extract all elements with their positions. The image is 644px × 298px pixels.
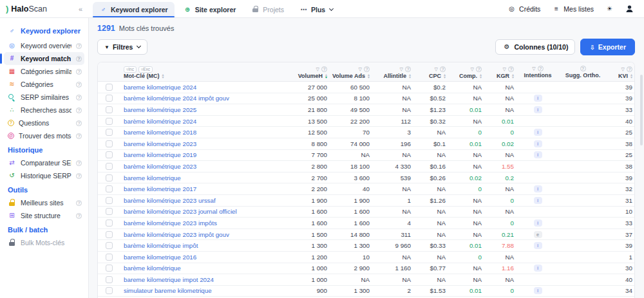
sidebar-item-keyword-match[interactable]: #Keyword match? (4, 52, 84, 65)
keyword-link[interactable]: barème kilométrique 2024 impôt gouv (124, 95, 229, 102)
sidebar-item-serp-similaires[interactable]: SERP similaires? (4, 91, 84, 104)
row-checkbox[interactable] (106, 95, 113, 102)
export-button[interactable]: ⇩ Exporter (580, 39, 635, 55)
row-checkbox[interactable] (106, 254, 113, 261)
keyword-link[interactable]: bareme kilometrique 2017 (124, 185, 196, 192)
column-help-icon[interactable]: ? (538, 66, 544, 71)
sort-icon[interactable]: ▴▾ (409, 73, 411, 79)
sidebar-item-trouver-des-mots-cl-s[interactable]: @Trouver des mots-clés? (4, 129, 84, 142)
intent-badge[interactable]: i (534, 242, 542, 249)
row-checkbox[interactable] (106, 129, 113, 136)
row-checkbox[interactable] (106, 231, 113, 238)
intent-badge[interactable]: i (534, 185, 542, 192)
keyword-link[interactable]: bareme kilometrique impot 2024 (124, 276, 214, 283)
sort-icon[interactable]: ▴▾ (444, 73, 446, 79)
credits-link[interactable]: ◎ Crédits (507, 5, 540, 13)
row-checkbox[interactable] (106, 174, 113, 182)
row-checkbox[interactable] (106, 276, 113, 283)
keyword-link[interactable]: barème kilométrique 2024 (124, 118, 196, 125)
column-header-intentions[interactable]: ▽?Intentions (518, 62, 558, 81)
info-icon[interactable]: ? (76, 200, 82, 206)
sidebar-item-cat-gories[interactable]: ≋Catégories? (4, 78, 84, 91)
column-help-icon[interactable]: ? (580, 66, 586, 71)
my-lists-link[interactable]: ≡ Mes listes (552, 5, 594, 13)
sidebar-item-meilleurs-sites[interactable]: Meilleurs sites? (4, 196, 84, 209)
info-icon[interactable]: ? (76, 107, 82, 113)
intent-badge[interactable]: i (534, 151, 542, 158)
intent-badge[interactable]: i (534, 106, 542, 113)
theme-toggle-button[interactable]: ☀ (605, 5, 614, 13)
row-checkbox[interactable] (106, 106, 113, 113)
intent-badge[interactable]: i (534, 265, 542, 272)
columns-button[interactable]: ⚙ Colonnes (10/10) (495, 39, 575, 55)
info-icon[interactable]: ? (76, 120, 82, 126)
column-header-allintitle[interactable]: ▽?Allintitle▴▾ (374, 62, 415, 81)
column-help-icon[interactable]: ? (364, 66, 370, 72)
row-checkbox[interactable] (106, 287, 113, 294)
scrollbar[interactable] (640, 75, 643, 145)
keyword-link[interactable]: barème kilométrique 2023 urssaf (124, 197, 216, 204)
info-icon[interactable]: ? (76, 160, 82, 166)
keyword-link[interactable]: barème kilométrique 2023 (124, 163, 196, 170)
row-checkbox[interactable] (106, 242, 113, 249)
column-header-volumeh[interactable]: ▽?VolumeH▴▾ (277, 62, 331, 81)
info-icon[interactable]: ? (76, 82, 82, 88)
intent-badge[interactable]: i (534, 140, 542, 147)
intent-badge[interactable]: e (534, 231, 542, 238)
column-filter-icon[interactable]: ▽ (435, 67, 438, 71)
keyword-link[interactable]: barème kilométrique 2023 journal officie… (124, 208, 237, 215)
column-help-icon[interactable]: ? (476, 66, 482, 72)
row-checkbox[interactable] (106, 118, 113, 125)
row-checkbox[interactable] (106, 219, 113, 227)
sidebar-item-recherches-associ-es[interactable]: ∴Recherches associées? (4, 104, 84, 116)
row-checkbox[interactable] (106, 151, 113, 158)
sidebar-item-keyword-overview[interactable]: ◎Keyword overview? (4, 39, 84, 52)
column-filter-icon[interactable]: ▽ (621, 67, 625, 71)
row-checkbox[interactable] (106, 265, 113, 272)
tab-keyword-explorer[interactable]: ♂Keyword explorer (93, 2, 175, 17)
keyword-link[interactable]: simulateur bareme kilometrique (124, 287, 212, 294)
column-filter-icon[interactable]: ▽ (532, 66, 535, 71)
info-icon[interactable]: ? (76, 56, 82, 62)
column-header-kvi[interactable]: ▽?KVI▴▾ (608, 62, 635, 81)
column-header-sugg-ortho[interactable]: ?Sugg. Ortho. (558, 62, 608, 81)
keyword-link[interactable]: barème kilométrique (124, 265, 181, 272)
sidebar-item-historique-serp[interactable]: ↺Historique SERP? (4, 169, 84, 182)
filters-button[interactable]: ▼ Filtres (97, 39, 147, 55)
tab-site-explorer[interactable]: ⊕Site explorer (177, 2, 243, 17)
exclude-filter-button[interactable]: ▿Exc (138, 66, 153, 73)
info-icon[interactable]: ? (76, 173, 82, 179)
intent-badge[interactable]: i (534, 129, 542, 136)
keyword-link[interactable]: bareme kilometrique (124, 174, 181, 182)
keyword-link[interactable]: barème kilométrique 2023 impôts (124, 219, 217, 227)
info-icon[interactable]: ? (76, 95, 82, 100)
sidebar-item-questions[interactable]: ?Questions? (4, 116, 84, 129)
column-header-mot-cl-mc[interactable]: ▿Inc▿ExcMot-Clé (MC)▴▾ (120, 62, 277, 81)
sort-icon[interactable]: ▴▾ (325, 73, 327, 79)
row-checkbox[interactable] (106, 84, 113, 91)
column-filter-icon[interactable]: ▽ (316, 67, 319, 71)
sort-icon[interactable]: ▴▾ (512, 73, 514, 79)
intent-badge[interactable]: i (534, 219, 542, 227)
keyword-link[interactable]: bareme kilometrique 2019 (124, 151, 196, 158)
include-filter-button[interactable]: ▿Inc (124, 66, 137, 73)
info-icon[interactable]: ? (76, 213, 82, 219)
keyword-link[interactable]: barème kilométrique 2023 impôt gouv (124, 231, 229, 238)
info-icon[interactable]: ? (76, 43, 82, 49)
row-checkbox[interactable] (106, 197, 113, 204)
info-icon[interactable]: ? (76, 69, 82, 75)
column-help-icon[interactable]: ? (405, 66, 411, 72)
column-help-icon[interactable]: ? (508, 66, 514, 72)
column-header-comp[interactable]: ▽?Comp.▴▾ (450, 62, 486, 81)
sort-icon[interactable]: ▴▾ (162, 73, 164, 79)
keyword-link[interactable]: bareme kilométrique 2025 (124, 106, 196, 113)
row-checkbox[interactable] (106, 208, 113, 215)
column-help-icon[interactable]: ? (440, 66, 446, 72)
sidebar-item-comparateur-serp[interactable]: ⇄Comparateur SERP? (4, 156, 84, 169)
intent-badge[interactable]: i (534, 95, 542, 102)
column-filter-icon[interactable]: ▽ (471, 67, 474, 71)
column-header-volume-ads[interactable]: ▽?Volume Ads▴▾ (331, 62, 374, 81)
keyword-link[interactable]: bareme kilometrique 2023 (124, 140, 196, 147)
column-header-cpc[interactable]: ▽?CPC▴▾ (415, 62, 450, 81)
intent-badge[interactable]: i (534, 197, 542, 204)
